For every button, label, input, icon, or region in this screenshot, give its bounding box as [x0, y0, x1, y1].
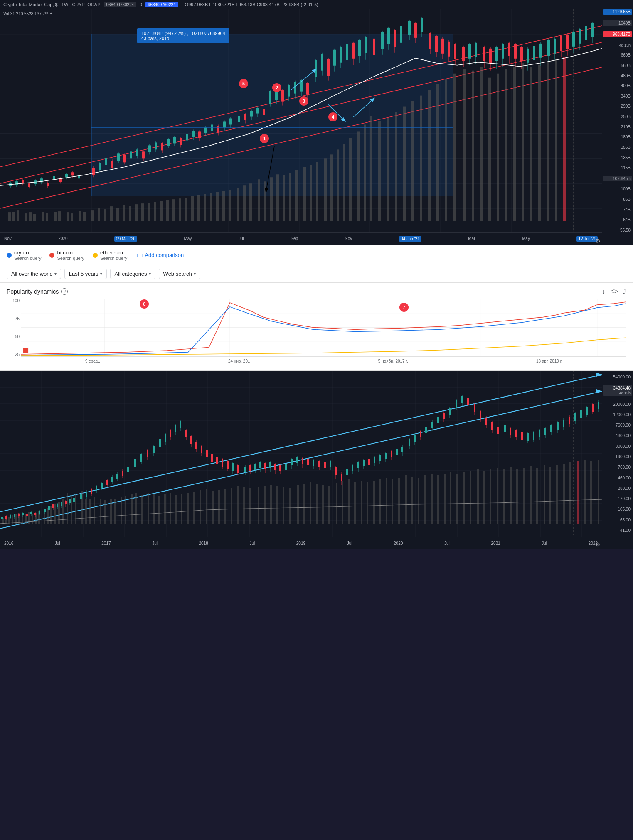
svg-rect-281: [591, 23, 594, 37]
svg-rect-353: [100, 499, 101, 524]
svg-rect-363: [153, 494, 155, 524]
crypto-name: crypto: [14, 250, 41, 256]
svg-rect-77: [364, 124, 366, 221]
svg-rect-446: [26, 514, 28, 516]
svg-rect-602: [443, 413, 445, 419]
svg-rect-215: [373, 39, 375, 55]
svg-rect-638: [550, 425, 552, 432]
svg-rect-213: [365, 37, 367, 53]
svg-rect-407: [431, 474, 433, 524]
time-axis: Nov 2020 09 Mar '20 May Jul Sep Nov 04 J…: [0, 232, 602, 245]
svg-rect-92: [488, 78, 491, 221]
svg-rect-121: [65, 174, 68, 177]
svg-rect-425: [549, 467, 551, 524]
svg-rect-357: [121, 497, 122, 524]
svg-rect-345: [62, 499, 64, 524]
svg-rect-239: [454, 44, 456, 59]
price-290: 290B: [603, 104, 632, 109]
svg-rect-375: [224, 489, 226, 524]
svg-rect-538: [264, 463, 266, 469]
svg-rect-616: [485, 418, 487, 425]
svg-rect-175: [244, 114, 246, 120]
svg-rect-342: [50, 506, 52, 524]
btc-time-2020: 2020: [394, 541, 403, 546]
period-filter[interactable]: Last 5 years ▾: [64, 269, 107, 279]
svg-rect-76: [357, 131, 360, 221]
svg-rect-378: [243, 487, 245, 524]
svg-rect-458: [52, 504, 54, 508]
download-icon[interactable]: ↓: [602, 288, 605, 295]
svg-rect-368: [181, 494, 182, 524]
share-icon[interactable]: ⤴: [623, 288, 626, 295]
trend-bitcoin[interactable]: bitcoin Search query: [49, 250, 84, 261]
svg-rect-159: [192, 131, 195, 137]
svg-rect-604: [449, 408, 451, 415]
svg-rect-66: [289, 173, 291, 221]
pop-time-2: 24 нив. 20..: [228, 359, 250, 363]
svg-rect-582: [385, 453, 387, 459]
pop-time-3: 5 ноябр. 2017 г.: [378, 359, 408, 363]
svg-rect-87: [445, 79, 447, 221]
svg-rect-57: [229, 190, 231, 221]
svg-rect-460: [57, 504, 58, 507]
trend-crypto[interactable]: crypto Search query: [7, 250, 41, 261]
chart-id-1[interactable]: 968409760224: [104, 2, 137, 7]
info-icon[interactable]: ?: [61, 288, 68, 295]
btc-settings-icon[interactable]: ⚙: [595, 541, 601, 548]
svg-rect-423: [536, 468, 538, 524]
btc-time-2021: 2021: [491, 541, 500, 546]
svg-rect-468: [73, 498, 75, 502]
svg-rect-510: [190, 436, 192, 444]
chart-settings-icon[interactable]: ⚙: [595, 237, 601, 244]
svg-rect-484: [116, 474, 118, 479]
svg-rect-346: [67, 493, 68, 524]
embed-icon[interactable]: <>: [610, 288, 618, 295]
svg-rect-430: [584, 460, 586, 524]
svg-rect-177: [250, 111, 253, 117]
svg-rect-427: [563, 464, 565, 524]
svg-rect-401: [392, 479, 393, 524]
svg-rect-490: [134, 459, 136, 467]
svg-rect-506: [180, 421, 181, 428]
svg-rect-383: [276, 486, 278, 524]
svg-rect-504: [175, 425, 176, 432]
popularity-section: Popularity dynamics ? ↓ <> ⤴ 100 75 50 2…: [0, 283, 633, 371]
svg-rect-163: [204, 127, 207, 133]
svg-rect-398: [373, 481, 375, 524]
svg-rect-43: [141, 203, 144, 221]
category-filter[interactable]: All categories ▾: [110, 269, 155, 279]
svg-rect-330: [8, 517, 10, 524]
svg-rect-155: [180, 138, 182, 145]
btc-price-3000: 3000.00: [603, 444, 632, 449]
svg-rect-80: [387, 118, 389, 221]
svg-rect-344: [58, 502, 60, 524]
svg-rect-267: [547, 40, 550, 56]
add-comparison-btn[interactable]: + + Add comparison: [135, 252, 184, 258]
svg-rect-44: [148, 203, 150, 221]
annotation-1: 1: [260, 134, 269, 143]
svg-rect-79: [378, 121, 381, 221]
svg-rect-203: [333, 50, 336, 66]
svg-rect-382: [270, 485, 272, 524]
svg-rect-429: [577, 461, 579, 524]
svg-rect-550: [296, 457, 298, 463]
svg-rect-171: [229, 119, 232, 125]
type-filter[interactable]: Web search ▾: [159, 269, 200, 279]
region-filter[interactable]: All over the world ▾: [7, 269, 61, 279]
svg-rect-516: [206, 450, 208, 457]
svg-rect-255: [508, 43, 510, 56]
svg-rect-552: [302, 458, 303, 464]
svg-rect-650: [586, 407, 588, 415]
chart-id-2[interactable]: 968409760224: [145, 2, 178, 7]
svg-rect-377: [237, 486, 239, 524]
time-may: May: [184, 236, 192, 242]
svg-rect-355: [110, 499, 112, 524]
svg-rect-419: [510, 467, 512, 524]
pop-y-75: 75: [7, 316, 21, 321]
svg-rect-46: [160, 201, 163, 221]
trend-ethereum[interactable]: ethereum Search query: [93, 250, 127, 261]
top-chart: Crypto Total Market Cap, $ · 1W · CRYPTO…: [0, 0, 633, 245]
time-2020: 2020: [58, 236, 67, 242]
svg-rect-438: [10, 515, 11, 518]
svg-rect-273: [566, 35, 569, 49]
